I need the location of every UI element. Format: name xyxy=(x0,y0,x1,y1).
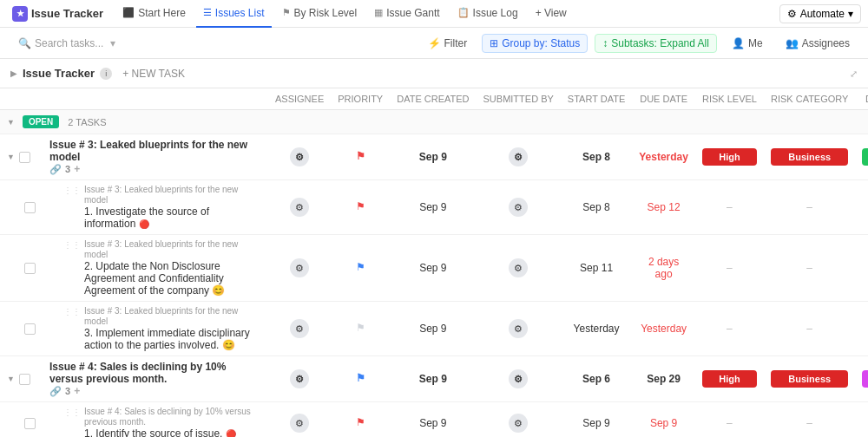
i4st1-assignee: ⚙ xyxy=(268,402,331,438)
group-header-open: ▼ OPEN 2 TASKS xyxy=(0,110,868,134)
st2-checkbox[interactable] xyxy=(24,263,36,274)
issue-4-start-date: Sep 6 xyxy=(561,356,632,402)
st3-date-created: Sep 9 xyxy=(390,302,476,356)
app-logo: ★ Issue Tracker xyxy=(7,6,108,22)
top-nav: ★ Issue Tracker ⬛ Start Here ☰ Issues Li… xyxy=(0,0,868,28)
i4st1-checkbox[interactable] xyxy=(24,418,36,429)
tab-by-risk-level[interactable]: ⚑ By Risk Level xyxy=(275,0,365,28)
issue-4-title-cell: Issue # 4: Sales is declining by 10% ver… xyxy=(43,356,268,402)
i4st1-priority-flag[interactable]: ⚑ xyxy=(355,416,365,430)
st1-priority-flag[interactable]: ⚑ xyxy=(355,200,365,214)
tab-issue-gantt[interactable]: ▦ Issue Gantt xyxy=(367,0,446,28)
tab-view-plus[interactable]: + View xyxy=(529,0,574,28)
issue-4-checkbox[interactable] xyxy=(19,374,30,385)
st1-assignee-btn[interactable]: ⚙ xyxy=(290,198,309,217)
group-expand-icon[interactable]: ▼ xyxy=(7,118,15,127)
expand-collapse-icon[interactable]: ⤢ xyxy=(850,68,858,79)
automate-button[interactable]: ⚙ Automate ▾ xyxy=(779,4,861,23)
subtasks-button[interactable]: ↕ Subtasks: Expand All xyxy=(595,34,717,53)
issue-3-title[interactable]: Issue # 3: Leaked blueprints for the new… xyxy=(49,139,261,163)
issue-4-expand-icon[interactable]: ▼ xyxy=(7,375,15,383)
st1-submitted-btn[interactable]: ⚙ xyxy=(509,198,528,217)
col-department: DEPARTMENT xyxy=(855,88,868,110)
i4st1-title-text: 1. Identify the source of issue. xyxy=(84,427,222,437)
tab-by-risk-level-label: By Risk Level xyxy=(294,7,358,19)
automate-icon: ⚙ xyxy=(787,8,797,20)
issue-4-risk-category: Business xyxy=(764,356,855,402)
group-icon: ⊞ xyxy=(490,37,498,49)
issue-4-date-created: Sep 9 xyxy=(390,356,476,402)
toolbar-right: ⚡ Filter ⊞ Group by: Status ↕ Subtasks: … xyxy=(420,34,858,53)
col-check xyxy=(0,88,43,110)
issue-4-title-container: Issue # 4: Sales is declining by 10% ver… xyxy=(49,361,261,385)
st1-date-created: Sep 9 xyxy=(390,180,476,235)
tab-start-here[interactable]: ⬛ Start Here xyxy=(115,0,193,28)
st1-start-date: Sep 8 xyxy=(561,180,632,235)
st3-checkbox[interactable] xyxy=(24,323,36,335)
search-placeholder: Search tasks... xyxy=(35,37,103,49)
issue-4-row: ▼ Issue # 4: Sales is declining by 10% v… xyxy=(0,356,868,402)
assignees-button[interactable]: 👥 Assignees xyxy=(778,34,858,53)
st2-assignee-btn[interactable]: ⚙ xyxy=(290,258,309,277)
st3-assignee: ⚙ xyxy=(268,302,331,356)
new-task-button[interactable]: + NEW TASK xyxy=(117,66,190,82)
st2-smiley-icon: 😊 xyxy=(212,284,225,297)
i4st1-check xyxy=(0,402,43,438)
col-submitted-by: SUBMITTED BY xyxy=(477,88,561,110)
st1-check xyxy=(0,180,43,235)
st2-title[interactable]: 2. Update the Non Disclosure Agreement a… xyxy=(84,260,225,297)
tab-issue-log-label: Issue Log xyxy=(473,7,518,19)
issue-4-title[interactable]: Issue # 4: Sales is declining by 10% ver… xyxy=(49,361,261,385)
search-box[interactable]: 🔍 Search tasks... ▾ xyxy=(10,34,132,53)
issue-4-add-subtask[interactable]: + xyxy=(74,385,80,397)
st1-checkbox[interactable] xyxy=(24,202,36,213)
issue-4-risk-level: High xyxy=(695,356,764,402)
automate-label: Automate xyxy=(800,8,845,20)
col-risk-category: RISK CATEGORY xyxy=(764,88,855,110)
issue-3-expand-icon[interactable]: ▼ xyxy=(7,153,15,161)
st1-title[interactable]: 1. Investigate the source of information… xyxy=(84,205,209,230)
issue-3-risk-category: Business xyxy=(764,134,855,180)
issue-4-submitted-btn[interactable]: ⚙ xyxy=(509,369,528,388)
st3-assignee-btn[interactable]: ⚙ xyxy=(290,319,309,338)
assignees-label: Assignees xyxy=(802,37,850,49)
st3-priority-flag[interactable]: ⚑ xyxy=(355,322,365,336)
tab-issues-list-label: Issues List xyxy=(215,7,265,19)
start-here-icon: ⬛ xyxy=(122,7,135,18)
info-icon[interactable]: i xyxy=(100,68,112,80)
tab-issues-list[interactable]: ☰ Issues List xyxy=(196,0,272,28)
st2-priority-flag[interactable]: ⚑ xyxy=(355,261,365,275)
i4st1-title[interactable]: 1. Identify the source of issue. 🔴 xyxy=(84,427,236,437)
issue-3-add-subtask[interactable]: + xyxy=(74,163,80,175)
i4st1-assignee-btn[interactable]: ⚙ xyxy=(290,414,309,433)
st2-check xyxy=(0,235,43,302)
me-button[interactable]: 👤 Me xyxy=(724,34,771,53)
issue-3-checkbox[interactable] xyxy=(19,152,30,163)
issue-3-start-date: Sep 8 xyxy=(561,134,632,180)
issue-3-submitted-btn[interactable]: ⚙ xyxy=(509,147,528,166)
st2-submitted-btn[interactable]: ⚙ xyxy=(509,258,528,277)
st3-submitted-btn[interactable]: ⚙ xyxy=(509,319,528,338)
issue-3-assignee-btn[interactable]: ⚙ xyxy=(290,147,309,166)
st3-title[interactable]: 3. Implement immediate disciplinary acti… xyxy=(84,327,250,351)
automate-chevron-icon: ▾ xyxy=(848,8,853,20)
tab-issue-log[interactable]: 📋 Issue Log xyxy=(450,0,525,28)
st2-title-cell: ⋮⋮ Issue # 3: Leaked blueprints for the … xyxy=(43,235,268,302)
issue-3-priority-flag[interactable]: ⚑ xyxy=(355,150,365,164)
issue-3-due-date: Yesterday xyxy=(632,134,695,180)
tab-view-plus-label: + View xyxy=(536,7,567,19)
st2-priority: ⚑ xyxy=(331,235,390,302)
issue-4-assignee-btn[interactable]: ⚙ xyxy=(290,369,309,388)
group-by-button[interactable]: ⊞ Group by: Status xyxy=(482,34,588,53)
i4st1-submitted-btn[interactable]: ⚙ xyxy=(509,414,528,433)
table-body: ▼ OPEN 2 TASKS ▼ Issue # 3: Leaked bl xyxy=(0,110,868,438)
issue-3-subtask-1-row: ⋮⋮ Issue # 3: Leaked blueprints for the … xyxy=(0,180,868,235)
issue-4-subtask-1-row: ⋮⋮ Issue # 4: Sales is declining by 10% … xyxy=(0,402,868,438)
i4st1-priority: ⚑ xyxy=(331,402,390,438)
issue-3-title-container: Issue # 3: Leaked blueprints for the new… xyxy=(49,139,261,163)
filter-button[interactable]: ⚡ Filter xyxy=(420,34,476,53)
st2-date-created: Sep 9 xyxy=(390,235,476,302)
st2-drag-handle: ⋮⋮ xyxy=(63,240,81,250)
issue-4-priority-flag[interactable]: ⚑ xyxy=(355,372,365,386)
issue-4-risk-badge: High xyxy=(702,370,757,388)
